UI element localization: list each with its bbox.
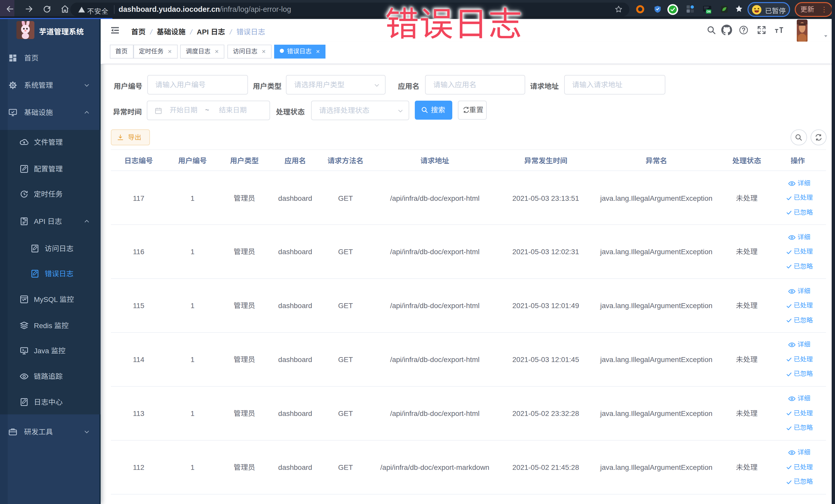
svg-text:ON: ON	[707, 10, 711, 13]
